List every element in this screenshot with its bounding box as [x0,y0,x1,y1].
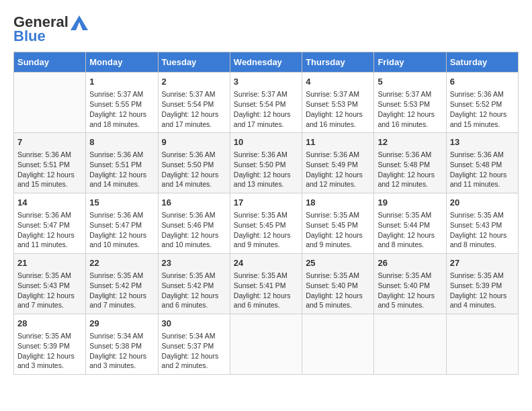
day-detail: Sunrise: 5:35 AM Sunset: 5:43 PM Dayligh… [17,271,82,310]
day-number: 29 [89,318,154,330]
calendar-cell: 15Sunrise: 5:36 AM Sunset: 5:47 PM Dayli… [86,193,158,254]
day-detail: Sunrise: 5:37 AM Sunset: 5:53 PM Dayligh… [306,89,370,129]
calendar-cell: 25Sunrise: 5:35 AM Sunset: 5:40 PM Dayli… [302,254,374,314]
calendar-cell: 28Sunrise: 5:35 AM Sunset: 5:39 PM Dayli… [14,314,86,375]
page-header: General Blue [13,13,519,45]
calendar-cell: 18Sunrise: 5:35 AM Sunset: 5:45 PM Dayli… [302,193,374,254]
calendar-cell: 11Sunrise: 5:36 AM Sunset: 5:49 PM Dayli… [302,133,374,193]
calendar-cell [14,73,86,133]
calendar-cell: 10Sunrise: 5:36 AM Sunset: 5:50 PM Dayli… [230,133,302,193]
day-detail: Sunrise: 5:36 AM Sunset: 5:47 PM Dayligh… [17,210,82,250]
day-number: 13 [450,136,515,148]
day-number: 26 [378,257,442,269]
weekday-header-monday: Monday [86,52,158,73]
day-number: 21 [17,257,82,269]
day-number: 2 [162,76,226,88]
calendar-cell: 14Sunrise: 5:36 AM Sunset: 5:47 PM Dayli… [14,193,86,254]
day-detail: Sunrise: 5:35 AM Sunset: 5:44 PM Dayligh… [378,210,442,250]
day-number: 10 [234,136,298,148]
calendar-cell: 7Sunrise: 5:36 AM Sunset: 5:51 PM Daylig… [14,133,86,193]
day-number: 6 [450,76,515,88]
calendar-cell: 27Sunrise: 5:35 AM Sunset: 5:39 PM Dayli… [446,254,518,314]
day-number: 30 [162,318,226,330]
day-number: 16 [162,197,226,209]
calendar-cell [446,314,518,375]
calendar-cell: 17Sunrise: 5:35 AM Sunset: 5:45 PM Dayli… [230,193,302,254]
day-number: 17 [234,197,298,209]
logo: General Blue [13,13,88,45]
calendar-cell: 12Sunrise: 5:36 AM Sunset: 5:48 PM Dayli… [374,133,446,193]
calendar-cell: 21Sunrise: 5:35 AM Sunset: 5:43 PM Dayli… [14,254,86,314]
calendar-cell: 8Sunrise: 5:36 AM Sunset: 5:51 PM Daylig… [86,133,158,193]
day-number: 4 [306,76,370,88]
weekday-header-friday: Friday [374,52,446,73]
calendar-cell: 26Sunrise: 5:35 AM Sunset: 5:40 PM Dayli… [374,254,446,314]
day-number: 19 [378,197,442,209]
day-number: 18 [306,197,370,209]
day-detail: Sunrise: 5:36 AM Sunset: 5:51 PM Dayligh… [17,150,82,189]
day-detail: Sunrise: 5:34 AM Sunset: 5:38 PM Dayligh… [89,331,154,371]
calendar-body: 1Sunrise: 5:37 AM Sunset: 5:55 PM Daylig… [14,73,519,375]
calendar-header-row: SundayMondayTuesdayWednesdayThursdayFrid… [14,52,519,73]
day-detail: Sunrise: 5:35 AM Sunset: 5:39 PM Dayligh… [450,271,515,310]
day-number: 3 [234,76,298,88]
day-detail: Sunrise: 5:37 AM Sunset: 5:54 PM Dayligh… [234,89,298,129]
day-detail: Sunrise: 5:36 AM Sunset: 5:50 PM Dayligh… [234,150,298,189]
day-detail: Sunrise: 5:35 AM Sunset: 5:42 PM Dayligh… [89,271,154,310]
weekday-header-wednesday: Wednesday [230,52,302,73]
calendar-cell: 3Sunrise: 5:37 AM Sunset: 5:54 PM Daylig… [230,73,302,133]
day-detail: Sunrise: 5:36 AM Sunset: 5:50 PM Dayligh… [162,150,226,189]
day-number: 28 [17,318,82,330]
day-number: 27 [450,257,515,269]
calendar-week-4: 21Sunrise: 5:35 AM Sunset: 5:43 PM Dayli… [14,254,519,314]
day-number: 9 [162,136,226,148]
calendar-cell [302,314,374,375]
day-number: 24 [234,257,298,269]
day-number: 20 [450,197,515,209]
calendar-cell: 29Sunrise: 5:34 AM Sunset: 5:38 PM Dayli… [86,314,158,375]
calendar-week-5: 28Sunrise: 5:35 AM Sunset: 5:39 PM Dayli… [14,314,519,375]
calendar-table: SundayMondayTuesdayWednesdayThursdayFrid… [13,52,519,375]
calendar-cell: 30Sunrise: 5:34 AM Sunset: 5:37 PM Dayli… [158,314,230,375]
logo-icon [71,15,88,30]
day-number: 8 [89,136,154,148]
day-detail: Sunrise: 5:37 AM Sunset: 5:55 PM Dayligh… [89,89,154,129]
day-number: 5 [378,76,442,88]
calendar-cell: 5Sunrise: 5:37 AM Sunset: 5:53 PM Daylig… [374,73,446,133]
weekday-header-tuesday: Tuesday [158,52,230,73]
day-number: 14 [17,197,82,209]
day-number: 25 [306,257,370,269]
calendar-cell: 4Sunrise: 5:37 AM Sunset: 5:53 PM Daylig… [302,73,374,133]
calendar-cell: 19Sunrise: 5:35 AM Sunset: 5:44 PM Dayli… [374,193,446,254]
day-number: 23 [162,257,226,269]
day-number: 1 [89,76,154,88]
calendar-cell: 22Sunrise: 5:35 AM Sunset: 5:42 PM Dayli… [86,254,158,314]
calendar-cell: 9Sunrise: 5:36 AM Sunset: 5:50 PM Daylig… [158,133,230,193]
day-detail: Sunrise: 5:35 AM Sunset: 5:40 PM Dayligh… [306,271,370,310]
day-detail: Sunrise: 5:37 AM Sunset: 5:54 PM Dayligh… [162,89,226,129]
weekday-header-thursday: Thursday [302,52,374,73]
day-number: 22 [89,257,154,269]
calendar-week-3: 14Sunrise: 5:36 AM Sunset: 5:47 PM Dayli… [14,193,519,254]
day-number: 15 [89,197,154,209]
weekday-header-sunday: Sunday [14,52,86,73]
day-detail: Sunrise: 5:35 AM Sunset: 5:45 PM Dayligh… [306,210,370,250]
day-detail: Sunrise: 5:34 AM Sunset: 5:37 PM Dayligh… [162,331,226,371]
day-detail: Sunrise: 5:36 AM Sunset: 5:51 PM Dayligh… [89,150,154,189]
day-detail: Sunrise: 5:35 AM Sunset: 5:45 PM Dayligh… [234,210,298,250]
calendar-cell: 20Sunrise: 5:35 AM Sunset: 5:43 PM Dayli… [446,193,518,254]
day-detail: Sunrise: 5:36 AM Sunset: 5:48 PM Dayligh… [378,150,442,189]
calendar-week-1: 1Sunrise: 5:37 AM Sunset: 5:55 PM Daylig… [14,73,519,133]
day-number: 12 [378,136,442,148]
calendar-cell: 2Sunrise: 5:37 AM Sunset: 5:54 PM Daylig… [158,73,230,133]
calendar-cell: 13Sunrise: 5:36 AM Sunset: 5:48 PM Dayli… [446,133,518,193]
calendar-cell [230,314,302,375]
day-detail: Sunrise: 5:36 AM Sunset: 5:47 PM Dayligh… [89,210,154,250]
calendar-cell: 16Sunrise: 5:36 AM Sunset: 5:46 PM Dayli… [158,193,230,254]
calendar-cell [374,314,446,375]
day-detail: Sunrise: 5:35 AM Sunset: 5:39 PM Dayligh… [17,331,82,371]
day-number: 7 [17,136,82,148]
day-detail: Sunrise: 5:37 AM Sunset: 5:53 PM Dayligh… [378,89,442,129]
day-detail: Sunrise: 5:35 AM Sunset: 5:40 PM Dayligh… [378,271,442,310]
day-detail: Sunrise: 5:36 AM Sunset: 5:49 PM Dayligh… [306,150,370,189]
